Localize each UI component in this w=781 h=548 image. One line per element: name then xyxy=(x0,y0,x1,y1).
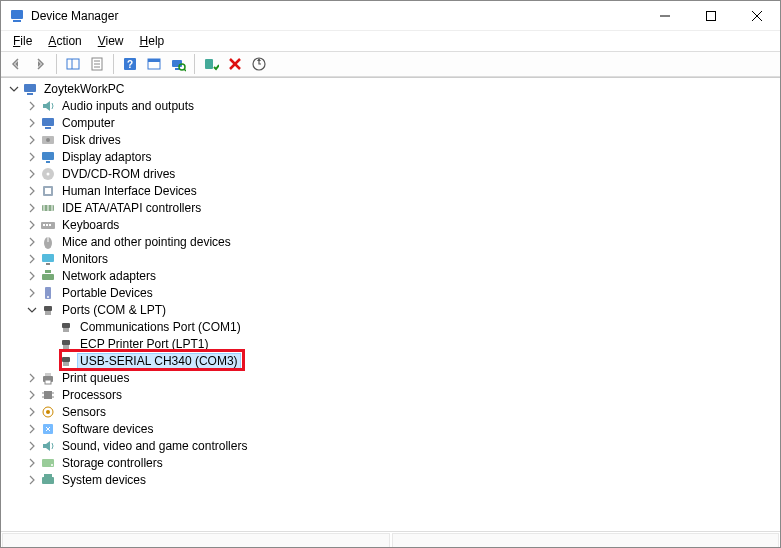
tree-node[interactable]: Keyboards xyxy=(7,216,780,233)
tree-node[interactable]: Audio inputs and outputs xyxy=(7,97,780,114)
tree-node[interactable]: IDE ATA/ATAPI controllers xyxy=(7,199,780,216)
monitor-icon xyxy=(40,251,56,267)
expand-icon[interactable] xyxy=(25,133,39,147)
tree-node-label: Display adaptors xyxy=(59,150,154,164)
storage-icon xyxy=(40,455,56,471)
svg-point-80 xyxy=(51,464,53,466)
expand-icon[interactable] xyxy=(25,218,39,232)
tree-node[interactable]: Disk drives xyxy=(7,131,780,148)
close-button[interactable] xyxy=(734,1,780,31)
expand-icon[interactable] xyxy=(25,184,39,198)
computer-icon xyxy=(40,115,56,131)
display-icon xyxy=(40,149,56,165)
svg-rect-43 xyxy=(49,224,51,226)
svg-rect-71 xyxy=(44,391,52,399)
back-button[interactable] xyxy=(5,53,27,75)
menu-action[interactable]: Action xyxy=(42,33,87,49)
expand-icon[interactable] xyxy=(25,150,39,164)
expand-icon[interactable] xyxy=(25,388,39,402)
port-icon xyxy=(40,302,56,318)
svg-point-77 xyxy=(46,410,50,414)
expand-icon[interactable] xyxy=(25,405,39,419)
tree-node[interactable]: Mice and other pointing devices xyxy=(7,233,780,250)
tree-node[interactable]: Monitors xyxy=(7,250,780,267)
tree-node[interactable]: Ports (COM & LPT) xyxy=(7,301,780,318)
svg-rect-24 xyxy=(24,84,36,92)
tree-node[interactable]: Print queues xyxy=(7,369,780,386)
menu-view[interactable]: View xyxy=(92,33,130,49)
action-button[interactable] xyxy=(143,53,165,75)
svg-point-51 xyxy=(47,296,49,298)
tree-node[interactable]: Storage controllers xyxy=(7,454,780,471)
menu-help[interactable]: Help xyxy=(134,33,171,49)
expand-icon[interactable] xyxy=(25,286,39,300)
tree-node-label: Portable Devices xyxy=(59,286,156,300)
tree-node[interactable]: Computer xyxy=(7,114,780,131)
tree-node[interactable]: Sensors xyxy=(7,403,780,420)
enable-device-button[interactable] xyxy=(200,53,222,75)
tree-child-node[interactable]: Communications Port (COM1) xyxy=(7,318,780,335)
tree-node-label: Sound, video and game controllers xyxy=(59,439,250,453)
minimize-button[interactable] xyxy=(642,1,688,31)
expand-icon[interactable] xyxy=(25,371,39,385)
tree-node[interactable]: Processors xyxy=(7,386,780,403)
expand-icon[interactable] xyxy=(25,269,39,283)
tree-node-label: Mice and other pointing devices xyxy=(59,235,234,249)
tree-node[interactable]: Sound, video and game controllers xyxy=(7,437,780,454)
show-hide-console-button[interactable] xyxy=(62,53,84,75)
expand-icon[interactable] xyxy=(25,99,39,113)
tree-node-label: ZoytekWorkPC xyxy=(41,82,127,96)
tree-child-node[interactable]: USB-SERIAL CH340 (COM3) xyxy=(7,352,780,369)
tree-root[interactable]: ZoytekWorkPC xyxy=(7,80,780,97)
collapse-icon[interactable] xyxy=(7,82,21,96)
expand-icon[interactable] xyxy=(25,473,39,487)
expand-icon[interactable] xyxy=(25,422,39,436)
tree-node[interactable]: Software devices xyxy=(7,420,780,437)
expand-icon[interactable] xyxy=(25,235,39,249)
maximize-button[interactable] xyxy=(688,1,734,31)
forward-button[interactable] xyxy=(29,53,51,75)
uninstall-device-button[interactable] xyxy=(224,53,246,75)
update-driver-button[interactable] xyxy=(248,53,270,75)
toolbar: ? xyxy=(1,51,780,77)
properties-button[interactable] xyxy=(86,53,108,75)
tree-node[interactable]: Network adapters xyxy=(7,267,780,284)
menu-file[interactable]: File xyxy=(7,33,38,49)
network-icon xyxy=(40,268,56,284)
svg-rect-31 xyxy=(46,161,50,163)
svg-point-29 xyxy=(46,138,50,142)
tree-node[interactable]: Display adaptors xyxy=(7,148,780,165)
tree-node-label: Disk drives xyxy=(59,133,124,147)
help-button[interactable]: ? xyxy=(119,53,141,75)
content-area: ZoytekWorkPCAudio inputs and outputsComp… xyxy=(1,77,780,531)
tree-child-node[interactable]: ECP Printer Port (LPT1) xyxy=(7,335,780,352)
tree-node[interactable]: Portable Devices xyxy=(7,284,780,301)
svg-rect-15 xyxy=(148,59,160,62)
disk-icon xyxy=(40,132,56,148)
expand-icon[interactable] xyxy=(25,439,39,453)
tree-node[interactable]: Human Interface Devices xyxy=(7,182,780,199)
tree-node[interactable]: DVD/CD-ROM drives xyxy=(7,165,780,182)
expand-icon[interactable] xyxy=(25,456,39,470)
svg-rect-17 xyxy=(175,68,179,70)
scan-hardware-button[interactable] xyxy=(167,53,189,75)
expand-icon[interactable] xyxy=(25,116,39,130)
svg-rect-52 xyxy=(44,306,52,311)
expand-icon[interactable] xyxy=(25,252,39,266)
toolbar-separator xyxy=(56,54,57,74)
tree-node-label: Sensors xyxy=(59,405,109,419)
device-tree[interactable]: ZoytekWorkPCAudio inputs and outputsComp… xyxy=(1,78,780,531)
tree-node[interactable]: System devices xyxy=(7,471,780,488)
tree-node-label: DVD/CD-ROM drives xyxy=(59,167,178,181)
svg-rect-35 xyxy=(45,188,51,194)
expand-icon[interactable] xyxy=(25,201,39,215)
collapse-icon[interactable] xyxy=(25,303,39,317)
tree-node-label: Print queues xyxy=(59,371,132,385)
software-icon xyxy=(40,421,56,437)
ide-icon xyxy=(40,200,56,216)
window-controls xyxy=(642,1,780,31)
pc-icon xyxy=(22,81,38,97)
svg-point-33 xyxy=(47,172,50,175)
expand-icon[interactable] xyxy=(25,167,39,181)
svg-rect-1 xyxy=(13,20,21,22)
